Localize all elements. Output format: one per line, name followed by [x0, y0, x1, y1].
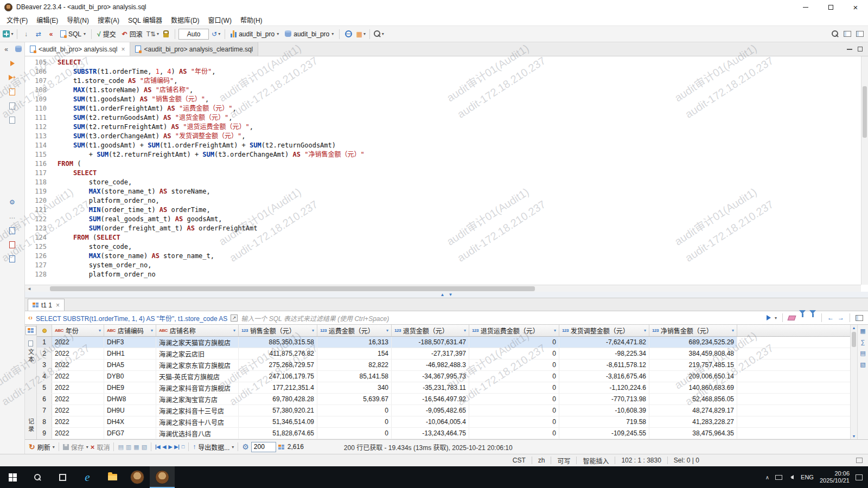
- table-cell[interactable]: -9,095,482.65: [392, 405, 469, 416]
- perspective-button[interactable]: [842, 29, 853, 40]
- editor-horizontal-scrollbar[interactable]: ◀: [25, 285, 861, 292]
- table-cell[interactable]: 85,141.58: [317, 371, 392, 382]
- export-button[interactable]: 导出数据...: [198, 442, 229, 452]
- column-header[interactable]: 123退货金额（元）▾: [392, 325, 469, 336]
- table-cell[interactable]: 140,860,683.69: [649, 382, 737, 393]
- table-cell[interactable]: DHF3: [104, 337, 156, 348]
- sync-icon[interactable]: ⇄: [33, 29, 44, 40]
- minimize-view-icon[interactable]: [847, 49, 852, 50]
- menu-item[interactable]: 窗口(W): [204, 14, 236, 25]
- table-cell[interactable]: 0: [317, 405, 392, 416]
- table-cell[interactable]: 340: [317, 382, 392, 393]
- explain-plan-icon[interactable]: [8, 87, 17, 97]
- column-header[interactable]: ABC年份▾: [52, 325, 104, 336]
- menu-item[interactable]: 导航(N): [62, 14, 93, 25]
- table-cell[interactable]: -13,243,464.75: [392, 428, 469, 439]
- schema-selector[interactable]: audit_bi_pro▾: [283, 28, 336, 40]
- volume-icon[interactable]: [788, 474, 795, 480]
- table-cell[interactable]: 5,639.67: [317, 394, 392, 404]
- table-cell[interactable]: 0: [317, 416, 392, 427]
- table-cell[interactable]: 719.58: [559, 416, 649, 427]
- first-row-icon[interactable]: |◀: [155, 444, 160, 450]
- tray-expand-icon[interactable]: ∧: [765, 474, 769, 480]
- taskbar-explorer-button[interactable]: [100, 466, 125, 488]
- scrollbar-thumb[interactable]: [50, 286, 535, 291]
- tab-close-icon[interactable]: ×: [121, 46, 125, 53]
- table-cell[interactable]: 海澜之家云店旧: [156, 348, 239, 359]
- table-cell[interactable]: 海澜之家淘宝官方店: [156, 394, 239, 404]
- more-actions-icon[interactable]: …: [8, 211, 17, 221]
- taskbar-ie-button[interactable]: e: [75, 466, 100, 488]
- table-cell[interactable]: 52,468,856.05: [649, 394, 737, 404]
- table-cell[interactable]: 0: [469, 394, 559, 404]
- settings-gear-icon[interactable]: ⚙: [8, 197, 17, 207]
- commit-button[interactable]: √提交: [95, 28, 118, 40]
- table-cell[interactable]: 177,212,351.4: [239, 382, 317, 393]
- column-header[interactable]: 123销售金额（元）▾: [239, 325, 317, 336]
- table-cell[interactable]: -8,611,578.12: [559, 359, 649, 370]
- transaction-log-button[interactable]: ↺▾: [210, 29, 221, 40]
- table-cell[interactable]: DYB0: [104, 371, 156, 382]
- task-view-button[interactable]: [50, 466, 75, 488]
- filter-expression-icon[interactable]: ‹›: [28, 314, 33, 322]
- table-cell[interactable]: -98,225.34: [559, 348, 649, 359]
- table-cell[interactable]: 51,828,674.65: [239, 428, 317, 439]
- copy-row-icon[interactable]: ▦: [133, 444, 139, 451]
- table-cell[interactable]: 海澜之家抖音十三号店: [156, 405, 239, 416]
- column-header[interactable]: 123退货运费金额（元）▾: [469, 325, 559, 336]
- table-cell[interactable]: 2022: [52, 337, 104, 348]
- menu-item[interactable]: 数据库(D): [167, 14, 204, 25]
- fetch-data-icon[interactable]: ↓: [21, 29, 31, 40]
- templates-icon[interactable]: [8, 115, 17, 125]
- table-cell[interactable]: -16,546,497.92: [392, 394, 469, 404]
- references-icon[interactable]: ▧: [860, 361, 865, 368]
- table-cell[interactable]: DHE9: [104, 382, 156, 393]
- table-cell[interactable]: 0: [469, 428, 559, 439]
- table-cell[interactable]: 689,234,525.29: [649, 337, 737, 348]
- table-cell[interactable]: 海澜优选抖音八店: [156, 428, 239, 439]
- edit-value-icon[interactable]: ▤: [118, 444, 123, 451]
- taskbar-clock[interactable]: 20:06 2025/10/21: [820, 470, 850, 484]
- goto-row-icon[interactable]: □: [182, 444, 184, 450]
- scroll-left-icon[interactable]: ◀: [25, 284, 34, 292]
- table-cell[interactable]: 51,346,514.09: [239, 416, 317, 427]
- table-cell[interactable]: 82,822: [317, 359, 392, 370]
- table-cell[interactable]: 海澜之家京东官方旗舰店: [156, 359, 239, 370]
- log-icon[interactable]: [8, 254, 17, 264]
- table-cell[interactable]: 海澜之家抖音官方旗舰店: [156, 382, 239, 393]
- table-cell[interactable]: 2022: [52, 416, 104, 427]
- menu-item[interactable]: 帮助(H): [236, 14, 267, 25]
- filter-query-text[interactable]: SELECT SUBSTR(t1.orderTime, 1, 4) AS "年份…: [36, 313, 227, 323]
- table-cell[interactable]: 0: [469, 405, 559, 416]
- nav-back-icon[interactable]: ←: [827, 314, 834, 322]
- table-cell[interactable]: 219,757,485.15: [649, 359, 737, 370]
- table-cell[interactable]: 0: [469, 337, 559, 348]
- save-button[interactable]: 保存: [71, 442, 84, 452]
- table-cell[interactable]: 41,283,228.27: [649, 416, 737, 427]
- sql-editor[interactable]: 1051061071081091101111121131141151161171…: [25, 56, 868, 292]
- column-header[interactable]: ABC店铺名称▾: [156, 325, 239, 336]
- grid-view-tab[interactable]: [25, 326, 36, 335]
- table-cell[interactable]: 海澜之家抖音十八号店: [156, 416, 239, 427]
- notifications-icon[interactable]: [856, 458, 863, 463]
- table-cell[interactable]: -35,231,783.11: [392, 382, 469, 393]
- table-cell[interactable]: 2022: [52, 359, 104, 370]
- minimize-button[interactable]: [793, 0, 818, 14]
- table-cell[interactable]: 275,268,729.57: [239, 359, 317, 370]
- filter-history-caret-icon[interactable]: ▾: [775, 316, 777, 320]
- collapse-panel-icon[interactable]: «: [2, 44, 11, 54]
- value-viewer-icon[interactable]: ▦: [860, 328, 865, 335]
- connection-selector[interactable]: audit_bi_pro▾: [228, 28, 281, 40]
- table-cell[interactable]: 海澜之家天猫官方旗舰店: [156, 337, 239, 348]
- close-button[interactable]: ×: [843, 0, 868, 14]
- maximize-view-icon[interactable]: [858, 47, 863, 52]
- tab-analysis-sql[interactable]: <audit_bi_pro> analysis.sql ×: [25, 42, 130, 56]
- table-cell[interactable]: 0: [469, 416, 559, 427]
- table-cell[interactable]: -34,367,995.73: [392, 371, 469, 382]
- table-cell[interactable]: 0: [469, 371, 559, 382]
- table-cell[interactable]: 天猫-英氏官方旗舰店: [156, 371, 239, 382]
- column-header[interactable]: ABC店铺编码▾: [104, 325, 156, 336]
- table-cell[interactable]: 2022: [52, 405, 104, 416]
- clear-filter-icon[interactable]: [788, 316, 796, 320]
- quick-search-button[interactable]: [829, 29, 840, 40]
